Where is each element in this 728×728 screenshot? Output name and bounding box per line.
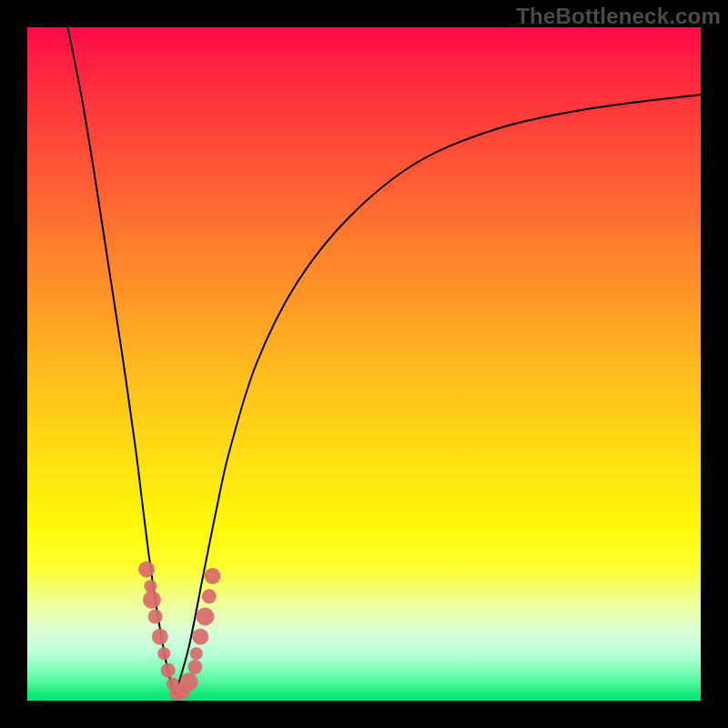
marker-point [187, 660, 202, 674]
curve-right-branch [176, 95, 701, 694]
watermark-text: TheBottleneck.com [516, 4, 721, 29]
marker-point [144, 580, 157, 592]
marker-point [138, 561, 155, 578]
marker-point [157, 647, 170, 660]
marker-point [148, 610, 163, 624]
curve-left-branch [67, 27, 175, 694]
marker-point [192, 629, 208, 645]
marker-point [205, 568, 221, 584]
plot-area [27, 27, 701, 701]
marker-point [196, 608, 214, 626]
curve-layer [27, 27, 701, 701]
marker-point [190, 647, 203, 660]
chart-frame: TheBottleneck.com [0, 0, 728, 728]
marker-point [152, 629, 168, 645]
marker-point [202, 589, 217, 603]
marker-point [143, 591, 161, 609]
marker-point [180, 672, 198, 691]
marker-point [161, 663, 176, 678]
bottleneck-curve [67, 27, 701, 694]
